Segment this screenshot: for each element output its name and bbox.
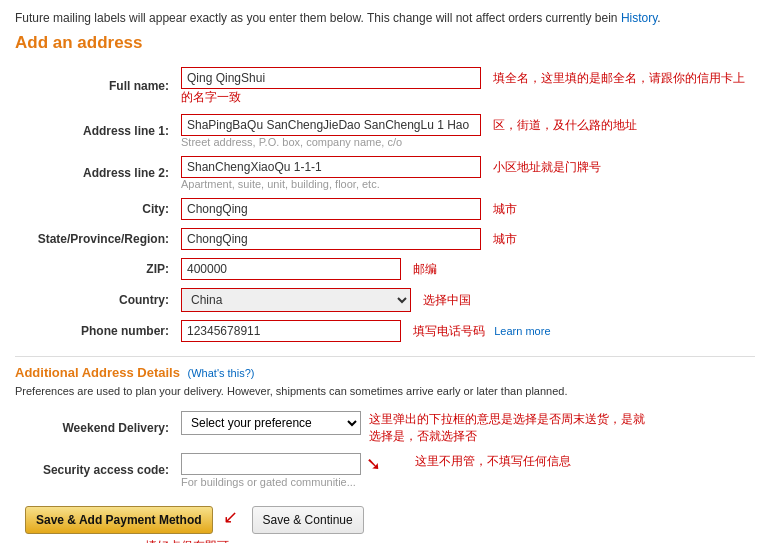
country-cell: China United States Canada United Kingdo… [175,284,755,316]
preferences-form: Weekend Delivery: Select your preference… [15,407,755,492]
weekend-delivery-select[interactable]: Select your preference Yes No [181,411,361,435]
full-name-label: Full name: [15,63,175,110]
button-row: Save & Add Payment Method ↙ Save & Conti… [15,506,755,534]
address1-hint: Street address, P.O. box, company name, … [181,136,749,148]
full-name-cell: 填全名，这里填的是邮全名，请跟你的信用卡上的名字一致 [175,63,755,110]
phone-row: Phone number: 填写电话号码 Learn more [15,316,755,346]
security-annotation: 这里不用管，不填写任何信息 [415,453,571,470]
city-cell: 城市 [175,194,755,224]
additional-title: Additional Address Details (What's this?… [15,365,755,380]
state-row: State/Province/Region: 城市 [15,224,755,254]
address1-input[interactable] [181,114,481,136]
state-annotation: 城市 [493,232,517,246]
full-name-row: Full name: 填全名，这里填的是邮全名，请跟你的信用卡上的名字一致 [15,63,755,110]
zip-label: ZIP: [15,254,175,284]
address2-row: Address line 2: 小区地址就是门牌号 Apartment, sui… [15,152,755,194]
weekend-annotation: 这里弹出的下拉框的意思是选择是否周末送货，是就选择是，否就选择否 [369,411,649,445]
weekend-label: Weekend Delivery: [15,407,175,449]
city-annotation: 城市 [493,202,517,216]
top-notice: Future mailing labels will appear exactl… [15,10,755,27]
city-label: City: [15,194,175,224]
city-row: City: 城市 [15,194,755,224]
additional-description: Preferences are used to plan your delive… [15,384,755,399]
security-input[interactable] [181,453,361,475]
zip-input[interactable] [181,258,401,280]
city-input[interactable] [181,198,481,220]
phone-label: Phone number: [15,316,175,346]
button-section: Save & Add Payment Method ↙ Save & Conti… [15,506,755,543]
security-row: Security access code: For buildings or g… [15,449,755,492]
weekend-row: Weekend Delivery: Select your preference… [15,407,755,449]
country-annotation: 选择中国 [423,293,471,307]
address2-hint: Apartment, suite, unit, building, floor,… [181,178,749,190]
state-input[interactable] [181,228,481,250]
address-form: Full name: 填全名，这里填的是邮全名，请跟你的信用卡上的名字一致 Ad… [15,63,755,346]
weekend-cell: Select your preference Yes No 这里弹出的下拉框的意… [175,407,755,449]
whats-this-link[interactable]: (What's this?) [188,367,255,379]
address1-label: Address line 1: [15,110,175,152]
security-cell: For buildings or gated communitie... ➘ 这… [175,449,755,492]
security-label: Security access code: [15,449,175,492]
learn-more-link[interactable]: Learn more [494,325,550,337]
save-add-button[interactable]: Save & Add Payment Method [25,506,213,534]
section-title: Add an address [15,33,755,53]
arrow-down-icon: ↙ [223,506,238,528]
state-label: State/Province/Region: [15,224,175,254]
address1-cell: 区，街道，及什么路的地址 Street address, P.O. box, c… [175,110,755,152]
address2-cell: 小区地址就是门牌号 Apartment, suite, unit, buildi… [175,152,755,194]
phone-annotation: 填写电话号码 [413,324,485,338]
country-row: Country: China United States Canada Unit… [15,284,755,316]
arrow-icon: ➘ [366,453,381,475]
address2-input[interactable] [181,156,481,178]
address2-annotation: 小区地址就是门牌号 [493,160,601,174]
full-name-input[interactable] [181,67,481,89]
history-link[interactable]: History [621,11,657,25]
zip-annotation: 邮编 [413,262,437,276]
state-cell: 城市 [175,224,755,254]
country-label: Country: [15,284,175,316]
additional-section: Additional Address Details (What's this?… [15,356,755,492]
address1-row: Address line 1: 区，街道，及什么路的地址 Street addr… [15,110,755,152]
zip-cell: 邮编 [175,254,755,284]
phone-input[interactable] [181,320,401,342]
button-annotation: 填好点保存即可 [145,538,755,543]
address2-label: Address line 2: [15,152,175,194]
save-continue-button[interactable]: Save & Continue [252,506,364,534]
security-hint: For buildings or gated communitie... [181,476,361,488]
address1-annotation: 区，街道，及什么路的地址 [493,118,637,132]
zip-row: ZIP: 邮编 [15,254,755,284]
country-select[interactable]: China United States Canada United Kingdo… [181,288,411,312]
phone-cell: 填写电话号码 Learn more [175,316,755,346]
